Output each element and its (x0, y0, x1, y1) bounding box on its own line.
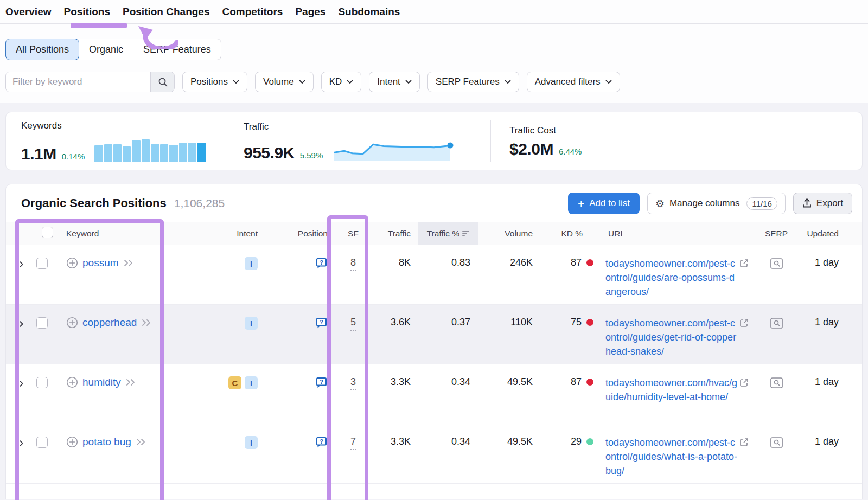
updated-value: 1 day (793, 245, 863, 305)
kd-value: 75 (571, 317, 582, 328)
tab-pages[interactable]: Pages (295, 6, 326, 18)
stat-keywords: Keywords 1.1M 0.14% (21, 120, 225, 162)
plus-icon: + (578, 198, 584, 209)
chevron-down-icon (405, 80, 412, 84)
traffic-pct-value: 0.37 (418, 305, 478, 364)
stat-traffic: Traffic 955.9K 5.59% (244, 121, 490, 161)
positions-table: Keyword Intent Position SF Traffic Traff… (6, 222, 863, 499)
keyword-link[interactable]: copperhead (82, 317, 137, 329)
summary-stats-card: Keywords 1.1M 0.14% Traffic 955.9K 5.59%… (5, 112, 863, 170)
row-checkbox[interactable] (36, 377, 48, 388)
select-all-checkbox[interactable] (42, 227, 53, 238)
table-row: potato bug I ? 7 3.3K 0.34 49.5K 29 toda… (6, 424, 863, 484)
keyword-filter-input[interactable] (6, 72, 150, 92)
sf-count-link[interactable]: 3 (350, 376, 356, 390)
serp-preview-button[interactable] (760, 305, 793, 364)
row-expand-toggle[interactable] (6, 364, 36, 424)
volume-value: 49.5K (478, 364, 540, 424)
tab-position-changes[interactable]: Position Changes (123, 6, 209, 18)
header-traffic-pct[interactable]: Traffic % (418, 222, 478, 245)
filter-serp-features-dropdown[interactable]: SERP Features (427, 72, 519, 92)
search-button[interactable] (150, 72, 174, 92)
serp-preview-button[interactable] (760, 364, 793, 424)
external-link-icon[interactable] (739, 377, 749, 390)
external-link-icon[interactable] (739, 258, 749, 271)
chevron-right-icon (18, 261, 25, 268)
add-to-list-button[interactable]: + Add to list (568, 193, 640, 214)
double-chevron-icon[interactable] (123, 259, 134, 267)
traffic-pct-value: 0.34 (418, 424, 478, 484)
tab-overview[interactable]: Overview (5, 6, 52, 18)
add-keyword-icon[interactable] (66, 376, 78, 388)
sf-count-link[interactable]: 8 (350, 257, 356, 271)
tab-subdomains[interactable]: Subdomains (338, 6, 400, 18)
chevron-right-icon (18, 380, 25, 387)
external-link-icon[interactable] (739, 318, 749, 331)
stat-keywords-label: Keywords (21, 120, 225, 131)
updated-value: 1 day (793, 305, 863, 364)
add-keyword-icon[interactable] (66, 436, 78, 448)
header-intent[interactable]: Intent (172, 222, 265, 245)
keyword-link[interactable]: humidity (82, 376, 121, 388)
header-kd[interactable]: KD % (540, 222, 600, 245)
filter-kd-dropdown[interactable]: KD (321, 72, 362, 92)
search-icon (158, 77, 168, 87)
header-volume[interactable]: Volume (478, 222, 540, 245)
sf-count-link[interactable]: 5 (350, 317, 356, 331)
toggle-organic[interactable]: Organic (79, 39, 133, 60)
position-question-icon[interactable]: ? (315, 436, 328, 448)
sf-count-link[interactable]: 7 (350, 436, 356, 450)
chevron-down-icon (505, 80, 511, 84)
url-link[interactable]: todayshomeowner.com/pest-control/guides/… (605, 317, 739, 359)
gear-icon: ⚙ (655, 198, 665, 209)
header-keyword[interactable]: Keyword (58, 222, 172, 245)
tab-positions[interactable]: Positions (64, 6, 111, 18)
external-link-icon[interactable] (739, 437, 749, 450)
row-expand-toggle[interactable] (6, 424, 36, 484)
filter-volume-dropdown[interactable]: Volume (255, 72, 314, 92)
traffic-value: 3.3K (372, 424, 418, 484)
serp-preview-button[interactable] (760, 245, 793, 305)
row-expand-toggle[interactable] (6, 245, 36, 305)
row-checkbox[interactable] (36, 437, 48, 448)
chevron-right-icon (18, 440, 25, 447)
double-chevron-icon[interactable] (136, 438, 146, 446)
header-sf[interactable]: SF (334, 222, 372, 245)
traffic-pct-value: 0.83 (418, 245, 478, 305)
serp-preview-button[interactable] (760, 424, 793, 484)
double-chevron-icon[interactable] (141, 319, 152, 326)
add-keyword-icon[interactable] (66, 317, 78, 329)
header-traffic[interactable]: Traffic (372, 222, 418, 245)
add-keyword-icon[interactable] (66, 257, 78, 269)
url-link[interactable]: todayshomeowner.com/hvac/guide/humidity-… (605, 376, 739, 405)
tab-competitors[interactable]: Competitors (222, 6, 283, 18)
header-url[interactable]: URL (600, 222, 760, 245)
toggle-serp-features[interactable]: SERP Features (133, 39, 221, 60)
export-button[interactable]: Export (793, 193, 852, 214)
header-position[interactable]: Position (265, 222, 334, 245)
row-checkbox[interactable] (36, 258, 48, 269)
url-link[interactable]: todayshomeowner.com/pest-control/guides/… (605, 436, 739, 478)
row-expand-toggle[interactable] (6, 305, 36, 364)
stat-traffic-label: Traffic (244, 121, 490, 132)
keyword-link[interactable]: possum (82, 257, 119, 269)
filter-advanced-dropdown[interactable]: Advanced filters (527, 72, 620, 92)
keywords-trend-chart (94, 136, 206, 162)
header-updated[interactable]: Updated (793, 222, 863, 245)
position-question-icon[interactable]: ? (315, 376, 328, 389)
double-chevron-icon[interactable] (125, 379, 136, 386)
filter-serp-features-label: SERP Features (436, 76, 500, 87)
toggle-all-positions[interactable]: All Positions (5, 39, 79, 60)
page: { "nav": { "items": [ { "label": "Overvi… (0, 0, 868, 500)
url-link[interactable]: todayshomeowner.com/pest-control/guides/… (605, 257, 739, 299)
keyword-link[interactable]: potato bug (82, 436, 131, 448)
updated-value: 1 day (793, 364, 863, 424)
filter-intent-dropdown[interactable]: Intent (369, 72, 420, 92)
kd-value: 87 (571, 257, 582, 268)
manage-columns-button[interactable]: ⚙ Manage columns 11/16 (647, 193, 786, 214)
row-checkbox[interactable] (36, 317, 48, 329)
position-question-icon[interactable]: ? (315, 317, 328, 329)
position-question-icon[interactable]: ? (315, 257, 328, 270)
filter-positions-dropdown[interactable]: Positions (182, 72, 247, 92)
export-label: Export (816, 198, 843, 209)
